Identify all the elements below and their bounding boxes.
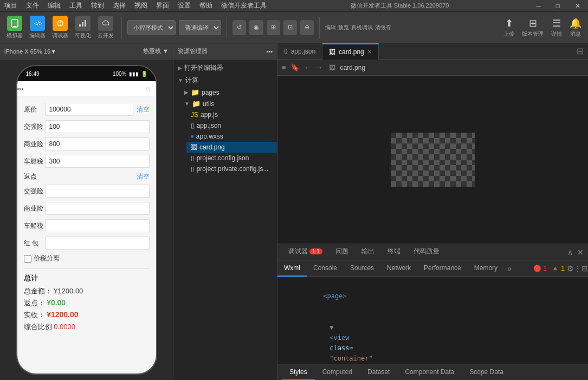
cursor-btn[interactable]: ⊕ [300,20,314,35]
menu-item-edit[interactable]: 编辑 [48,1,61,10]
syx-input[interactable] [46,137,150,150]
panel-tab-console[interactable]: Console [307,260,344,277]
panel-tab-memory[interactable]: Memory [468,260,504,277]
visualize-icon-group[interactable]: 可视化 [73,15,93,41]
bottom-tab-dataset[interactable]: Dataset [360,364,397,381]
filetree-more-icon[interactable]: ••• [266,48,273,55]
bottom-tab-computed[interactable]: Computed [315,364,360,381]
cloud-icon-group[interactable]: 云开发 [95,15,116,41]
error-indicator[interactable]: 🔴 1 [531,265,549,272]
menu-item-select[interactable]: 选择 [113,1,126,10]
nav-bookmark-btn[interactable]: 🔖 [290,63,300,71]
devtools-tab-codequality[interactable]: 代码质量 [407,244,446,260]
menu-item-project[interactable]: 项目 [4,1,17,10]
compile-btn[interactable]: ⊞ [267,20,280,35]
pages-folder[interactable]: ▶ 📁 pages [180,87,277,98]
total-amount-value: ¥1200.00 [54,287,83,295]
panel-tab-wxml[interactable]: Wxml [277,260,307,277]
bottom-tab-componentdata[interactable]: Component Data [397,364,462,381]
debugger-icon-group[interactable]: 调试器 [50,15,70,41]
projectconfig-icon: {} [191,155,195,161]
device-selector[interactable]: iPhone X 65% 16▼ [4,48,56,55]
simulator-toolbar: iPhone X 65% 16▼ 热重载 ▼ [0,43,173,60]
devtools-tab-output[interactable]: 输出 [355,244,381,260]
bottom-tab-styles[interactable]: Styles [282,364,315,381]
panel-tab-sources[interactable]: Sources [344,260,380,277]
rebate-jqx-input[interactable] [46,185,150,198]
close-btn[interactable]: ✕ [572,2,584,10]
nav-back-btn[interactable]: ≡ [282,63,286,71]
details-icon-group[interactable]: ☰ 详情 [549,16,564,39]
devtools-close-btn[interactable]: ∧ [567,248,573,257]
devtools-tab-debugger[interactable]: 调试器 1.1 [282,244,329,260]
jqx-input[interactable] [46,120,150,133]
original-price-label: 原价 [24,105,46,114]
xml-line-2[interactable]: ▼ <view class= "container" >…</view> [284,312,581,364]
menu-item-interface[interactable]: 界面 [156,1,169,10]
editor-icon-group[interactable]: </> 编辑器 [27,15,48,41]
upload-icon-group[interactable]: ⬆ 上传 [501,16,516,39]
devtools-settings-btn[interactable]: ⚙ [567,264,574,273]
devtools-more-btn[interactable]: ⋮ [574,264,581,273]
tab-appjson[interactable]: {} app.json [277,43,322,60]
original-price-row: 原价 清空 [24,103,150,116]
nav-next-btn[interactable]: → [315,63,322,71]
original-price-clear-btn[interactable]: 清空 [137,105,150,114]
rebate-hb-input[interactable] [46,237,150,250]
projectprivate-file[interactable]: {} project.private.config.js... [186,163,277,174]
menu-item-tools[interactable]: 工具 [69,1,82,10]
nav-prev-btn[interactable]: ← [304,63,311,71]
hot-reload-btn[interactable]: 热重载 ▼ [143,47,169,55]
project-root-item[interactable]: ▼ 计算 [173,74,277,87]
devtools-tab-issues[interactable]: 问题 [329,244,355,260]
devtools-maximize-btn[interactable]: ✕ [577,248,584,257]
maximize-btn[interactable]: □ [553,2,563,10]
minimize-btn[interactable]: ─ [533,2,544,10]
more-panel-tabs-icon[interactable]: » [504,264,515,273]
projectconfig-file[interactable]: {} project.config.json [186,153,277,163]
version-icon-group[interactable]: ⊞ 版本管理 [520,16,546,39]
cardpng-tab-close[interactable]: ✕ [367,49,372,55]
menu-item-view[interactable]: 视图 [134,1,147,10]
menu-item-file[interactable]: 文件 [26,1,39,10]
image-preview-checkerboard [391,133,475,187]
miniprogram-mode-select[interactable]: 小程序模式 [127,20,176,35]
notification-icon-group[interactable]: 🔔 消息 [567,16,584,39]
appjs-file[interactable]: JS app.js [186,109,277,120]
rebate-clear-btn[interactable]: 清空 [137,172,150,181]
warning-indicator[interactable]: 🔺 1 [549,265,567,272]
rebate-syx-input[interactable] [46,202,150,215]
compile-mode-select[interactable]: 普通编译 [179,20,221,35]
open-editor-item[interactable]: ▶ 打开的编辑器 [173,62,277,74]
devtools-tab-terminal[interactable]: 终端 [381,244,407,260]
menu-item-settings[interactable]: 设置 [178,1,191,10]
price-split-checkbox[interactable] [24,255,31,263]
ccs-input[interactable] [46,155,150,168]
filetree-toolbar: 资源管理器 ••• [173,43,277,60]
panel-tab-performance[interactable]: Performance [417,260,468,277]
appwxss-file[interactable]: ≡ app.wxss [186,131,277,142]
rebate-total-label: 返点： [24,299,45,307]
bottom-tab-scopedata[interactable]: Scope Data [462,364,511,381]
cardpng-file[interactable]: 🖼 card.png [186,142,277,153]
editor-split-btn[interactable]: ⊟ [572,46,588,56]
menu-item-wechat[interactable]: 微信开发者工具 [221,1,267,10]
publish-btn[interactable]: ⊡ [283,20,297,35]
utils-folder[interactable]: ▼ 📁 utils [180,98,277,109]
appjson-file[interactable]: {} app.json [186,120,277,131]
rebate-jqx-row: 交强险 [24,185,150,198]
rebate-syx-row: 商业险 [24,202,150,215]
tab-cardpng[interactable]: 🖼 card.png ✕ [322,43,379,60]
filetree-panel: 资源管理器 ••• ▶ 打开的编辑器 ▼ 计算 ▶ 📁 pages ▼ [173,43,277,380]
menu-item-goto[interactable]: 转到 [91,1,104,10]
simulator-icon-group[interactable]: 模拟器 [4,15,25,41]
panel-tab-network[interactable]: Network [380,260,417,277]
menu-item-help[interactable]: 帮助 [199,1,212,10]
refresh-btn[interactable]: ↺ [232,20,246,35]
rebate-ccs-input[interactable] [46,219,150,232]
devtools-popout-btn[interactable]: ⊟ [581,264,588,273]
scopedata-tab-label: Scope Data [469,368,503,376]
original-price-input[interactable] [46,103,133,116]
breadcrumb: card.png [340,64,365,71]
preview-btn[interactable]: ◉ [249,20,263,35]
